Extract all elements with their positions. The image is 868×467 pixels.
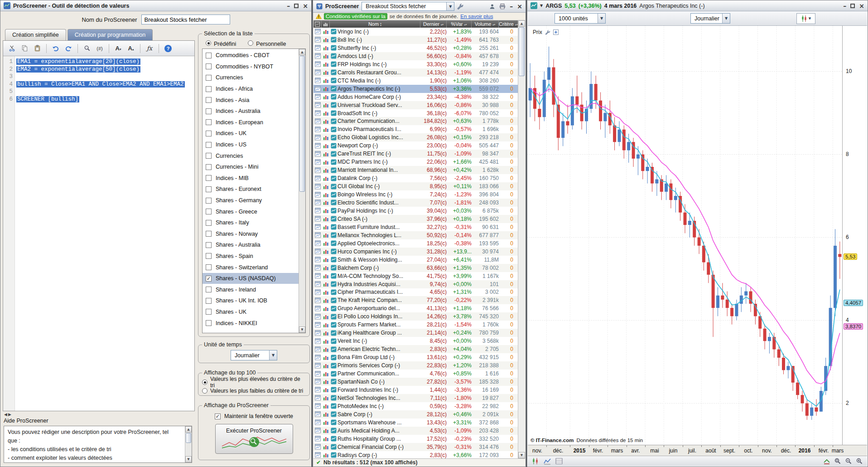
list-item[interactable]: Indices - UK [203,128,299,139]
zoom-reset-icon[interactable] [834,457,841,465]
code-line[interactable]: SCREENER [bullish] [16,96,194,103]
open-chart-icon[interactable] [313,118,322,124]
open-chart-icon[interactable] [313,322,322,328]
open-chart-icon[interactable] [313,78,322,83]
execute-proscreener-button[interactable]: Exécuter ProScreener [215,424,293,454]
open-chart-icon[interactable] [313,69,322,75]
result-row[interactable]: Ruths Hospitality Group ...17,52(c)-0,23… [313,435,518,443]
radio-top-highest[interactable]: Valeurs les plus élevées du critère de t… [202,378,306,386]
list-item[interactable]: Currencies - Mini [203,161,299,173]
open-chart-icon[interactable] [313,184,322,190]
list-item[interactable]: Indices - NIKKEI [203,317,299,329]
keep-open-option[interactable]: ✓ Maintenir la fenêtre ouverte [202,411,306,421]
quote-list-icon[interactable] [322,330,330,336]
checkbox-icon[interactable] [206,142,212,148]
open-chart-icon[interactable] [313,444,322,450]
price-chart[interactable]: Prix © IT-Finance.comDonnées différées d… [528,26,842,445]
open-chart-icon[interactable] [313,265,322,271]
result-row[interactable]: Radisys Corp (-)2,83(c)+3,66%172 0930 [313,451,518,458]
quote-list-icon[interactable] [322,306,330,311]
result-row[interactable]: M/A-COM Technology So...41,75(c)+3,99%1 … [313,272,518,280]
list-item[interactable]: ✓Shares - US (NASDAQ) [203,273,299,284]
open-chart-icon[interactable] [313,281,322,287]
open-chart-icon[interactable] [313,452,322,458]
open-chart-icon[interactable] [313,159,322,165]
checkbox-icon[interactable] [206,186,212,192]
learn-more-link[interactable]: En savoir plus [460,14,493,19]
minimize-button[interactable]: – [287,3,290,9]
code-line[interactable]: bullish = Close>EMA1 AND Close>EMA2 AND … [16,81,194,88]
open-chart-icon[interactable] [313,297,322,303]
checkbox-icon[interactable] [206,108,212,114]
quote-list-icon[interactable] [322,151,330,157]
column-header-nom[interactable]: Nom▴▾ [330,20,420,28]
result-row[interactable]: Grupo Aeroportuario del...41,13(c)+1,18%… [313,304,518,312]
open-chart-icon[interactable] [313,53,322,59]
list-item[interactable]: Shares - Spain [203,251,299,262]
price-axis[interactable]: 2468105,534,40573,8370 [842,26,867,445]
list-item[interactable]: Commodities - CBOT [203,50,299,61]
quote-list-icon[interactable] [322,297,330,303]
result-row[interactable]: SpartanNash Co (-)27,82(c)-3,57%185 3280 [313,378,518,386]
quote-list-icon[interactable] [322,118,330,124]
minimize-button[interactable]: – [510,3,513,10]
open-chart-icon[interactable] [313,289,322,295]
open-chart-icon[interactable] [313,102,322,108]
result-row[interactable]: Applied Optoelectronics...18,25(c)-0,38%… [313,239,518,248]
result-row[interactable]: Bassett Furniture Indust...32,27(c)-0,31… [313,223,518,231]
list-item[interactable]: Indices - US [203,139,299,151]
result-row[interactable]: Universal Truckload Serv...16,06(c)-0,86… [313,101,518,109]
result-row[interactable]: PhotoMedex Inc (-)0,59(c)-3,28%22 9820 [313,402,518,410]
scroll-up-icon[interactable]: ▲ [518,20,525,27]
maximize-button[interactable] [850,4,855,8]
quote-list-icon[interactable] [322,444,330,450]
quote-list-icon[interactable] [322,37,330,43]
column-header-var[interactable]: %Var▴▾ [447,20,472,28]
result-row[interactable]: El Pollo Loco Holdings In...14,26(c)+3,7… [313,312,518,321]
quote-list-icon[interactable] [322,338,330,344]
open-chart-icon[interactable] [313,257,322,263]
code-lines[interactable]: EMA1 = exponentialaverage[20](close)EMA2… [15,56,194,411]
quote-list-icon[interactable] [322,29,330,34]
checkbox-icon[interactable] [206,209,212,214]
quote-list-icon[interactable] [322,379,330,384]
radio-personnelle[interactable]: Personnelle [248,40,286,47]
list-item[interactable]: Shares - Norway [203,229,299,240]
list-item[interactable]: Shares - Australia [203,239,299,251]
open-chart-icon[interactable] [313,428,322,433]
open-chart-icon[interactable] [313,232,322,238]
result-row[interactable]: PayPal Holdings Inc (-)39,04(c)+0,03%6 8… [313,207,518,215]
quote-list-icon[interactable] [322,78,330,83]
quote-list-icon[interactable] [322,175,330,181]
result-row[interactable]: American Electric Techn...2,83(c)+4,04%2… [313,345,518,353]
results-titlebar[interactable]: ProScreener Breakout Stocks fetcher ▼ – … [313,0,526,13]
quote-list-icon[interactable] [322,428,330,433]
search-icon[interactable] [81,43,93,54]
open-chart-icon[interactable] [313,135,322,141]
result-row[interactable]: Marriott International In...68,96(c)+0,4… [313,166,518,174]
radio-icon[interactable] [202,388,207,394]
open-chart-icon[interactable] [313,199,322,205]
wrench-icon[interactable] [545,29,550,35]
tab-creation-programmation[interactable]: Création par programmation [68,29,153,40]
scroll-up-icon[interactable]: ▲ [299,49,305,55]
quote-list-icon[interactable] [322,216,330,222]
open-chart-icon[interactable] [313,314,322,320]
open-chart-icon[interactable] [313,403,322,409]
tab-creation-simplifiee[interactable]: Création simplifiée [5,29,66,40]
list-item[interactable]: Shares - Italy [203,217,299,229]
list-item[interactable]: Shares - Greece [203,206,299,217]
open-chart-icon[interactable] [313,45,322,51]
quote-list-icon[interactable] [322,240,330,246]
help-icon[interactable]: ? [162,43,174,54]
result-row[interactable]: CUI Global Inc (-)8,95(c)+0,11%183 0660 [313,182,518,190]
quote-list-icon[interactable] [322,452,330,458]
open-chart-icon[interactable] [313,436,322,442]
checkbox-icon[interactable] [206,253,212,259]
list-item[interactable]: Shares - Ireland [203,284,299,295]
open-chart-icon[interactable] [313,61,322,67]
result-row[interactable]: Boingo Wireless Inc (-)7,24(c)-1,23%396 … [313,190,518,199]
timeframe-select[interactable]: Journalier ▼ [231,350,277,360]
result-row[interactable]: CareTrust REIT Inc (-)11,75(c)-1,09%98 3… [313,150,518,158]
quote-list-icon[interactable] [322,248,330,254]
